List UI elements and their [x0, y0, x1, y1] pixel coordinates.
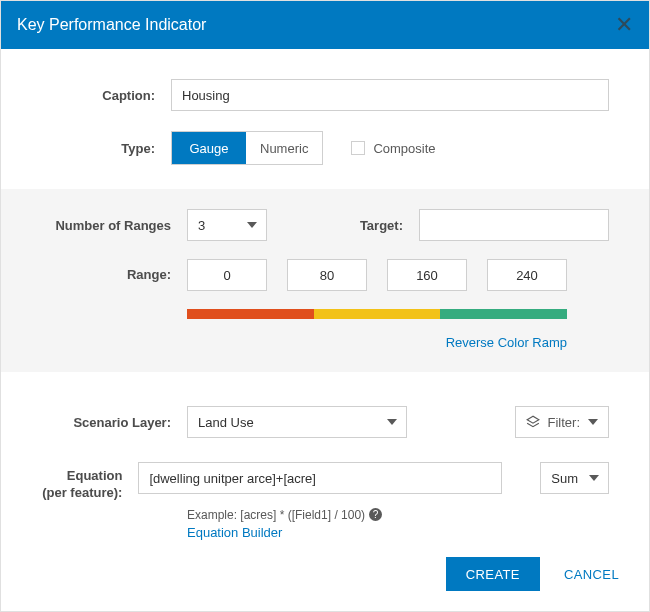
target-wrap: Target: [360, 209, 609, 241]
num-ranges-value: 3 [187, 209, 267, 241]
composite-checkbox[interactable]: Composite [351, 141, 435, 156]
ramp-segment-2 [440, 309, 567, 319]
range-input-3[interactable] [487, 259, 567, 291]
scenario-row: Scenario Layer: Land Use Filter: [41, 406, 609, 438]
dialog-body: Caption: Type: Gauge Numeric Composite N… [1, 49, 649, 541]
equation-example: Example: [acres] * ([Field1] / 100) ? [187, 508, 609, 522]
ramp-segment-0 [187, 309, 314, 319]
equation-input[interactable] [138, 462, 502, 494]
range-inputs [187, 259, 567, 291]
range-input-0[interactable] [187, 259, 267, 291]
filter-wrap: Filter: [515, 406, 610, 438]
type-segmented: Gauge Numeric [171, 131, 323, 165]
dialog-footer: CREATE CANCEL [1, 541, 649, 611]
filter-label: Filter: [548, 415, 581, 430]
checkbox-icon [351, 141, 365, 155]
range-input-2[interactable] [387, 259, 467, 291]
composite-label: Composite [373, 141, 435, 156]
type-option-numeric[interactable]: Numeric [246, 132, 322, 164]
kpi-dialog: Key Performance Indicator ✕ Caption: Typ… [0, 0, 650, 612]
ramp-segment-1 [314, 309, 441, 319]
chevron-down-icon [588, 419, 598, 425]
filter-button[interactable]: Filter: [515, 406, 610, 438]
range-values-row: Range: [41, 261, 609, 291]
aggregation-value: Sum [540, 462, 609, 494]
dialog-title: Key Performance Indicator [17, 16, 206, 34]
equation-row: Equation (per feature): Sum [41, 462, 609, 502]
reverse-color-ramp-link[interactable]: Reverse Color Ramp [187, 335, 567, 350]
example-text: Example: [acres] * ([Field1] / 100) [187, 508, 365, 522]
caption-input[interactable] [171, 79, 609, 111]
dialog-header: Key Performance Indicator ✕ [1, 1, 649, 49]
help-icon[interactable]: ? [369, 508, 382, 521]
num-ranges-select[interactable]: 3 [187, 209, 267, 241]
close-icon[interactable]: ✕ [615, 14, 633, 36]
layers-icon [526, 415, 540, 429]
range-label: Range: [41, 261, 187, 282]
target-input[interactable] [419, 209, 609, 241]
create-button[interactable]: CREATE [446, 557, 540, 591]
scenario-layer-value: Land Use [187, 406, 407, 438]
color-ramp [187, 309, 567, 319]
scenario-layer-select[interactable]: Land Use [187, 406, 407, 438]
ranges-panel: Number of Ranges 3 Target: Range: [1, 189, 649, 372]
type-row: Type: Gauge Numeric Composite [41, 131, 609, 165]
num-ranges-label: Number of Ranges [41, 218, 187, 233]
caption-row: Caption: [41, 79, 609, 111]
range-input-1[interactable] [287, 259, 367, 291]
scenario-label: Scenario Layer: [41, 415, 187, 430]
svg-marker-0 [527, 416, 539, 423]
caption-label: Caption: [41, 88, 171, 103]
num-ranges-row: Number of Ranges 3 Target: [41, 209, 609, 241]
target-label: Target: [360, 218, 403, 233]
type-label: Type: [41, 141, 171, 156]
equation-builder-link[interactable]: Equation Builder [187, 525, 609, 540]
equation-label: Equation (per feature): [41, 462, 138, 502]
cancel-button[interactable]: CANCEL [558, 566, 625, 583]
type-option-gauge[interactable]: Gauge [172, 132, 246, 164]
aggregation-select[interactable]: Sum [540, 462, 609, 494]
